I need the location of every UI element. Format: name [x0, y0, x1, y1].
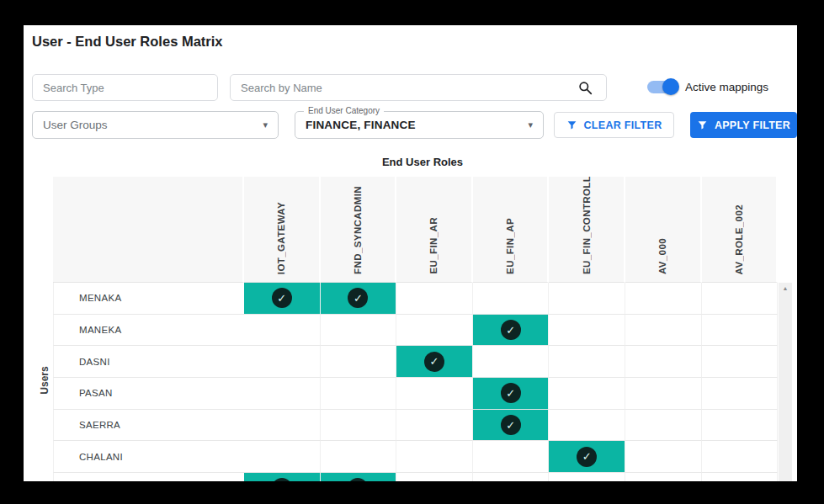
matrix-title: End User Roles	[53, 156, 792, 168]
matrix-cell[interactable]	[702, 378, 779, 410]
matrix-body: MENAKA✓✓MANEKA✓DASNI✓PASAN✓SAERRA✓CHALAN…	[53, 283, 779, 481]
column-header-eu_fin_ar: EU_FIN_AR	[396, 177, 473, 283]
matrix-cell[interactable]: ✓	[473, 315, 550, 347]
column-header-eu_fin_controller: EU_FIN_CONTROLLER	[549, 177, 625, 283]
matrix-cell[interactable]	[396, 315, 473, 347]
matrix-cell[interactable]	[549, 410, 625, 442]
matrix-cell[interactable]	[549, 473, 625, 481]
matrix-cell[interactable]: ✓	[473, 378, 550, 410]
matrix-cell[interactable]	[549, 378, 625, 410]
matrix-cell[interactable]	[244, 315, 321, 347]
table-row: DASNI✓	[53, 346, 779, 378]
matrix-cell[interactable]: ✓	[473, 410, 550, 442]
apply-filter-label: APPLY FILTER	[715, 119, 790, 131]
matrix-cell[interactable]	[702, 283, 779, 315]
user-groups-placeholder: User Groups	[43, 119, 108, 131]
check-icon: ✓	[424, 352, 444, 372]
column-header-label: AV_000	[657, 238, 667, 274]
check-icon: ✓	[577, 447, 597, 467]
matrix-cell[interactable]	[702, 473, 779, 481]
matrix-cell[interactable]	[702, 410, 779, 442]
row-label: SAERRA	[53, 410, 244, 442]
matrix-cell[interactable]	[702, 315, 779, 347]
matrix-cell[interactable]: ✓	[396, 346, 473, 378]
matrix-cell[interactable]: ✓	[244, 473, 321, 481]
matrix-cell[interactable]	[473, 283, 550, 315]
check-icon: ✓	[501, 383, 521, 403]
matrix-header-row: IOT_GATEWAYFND_SYNCADMINEU_FIN_AREU_FIN_…	[53, 177, 779, 283]
matrix-cell[interactable]	[625, 283, 702, 315]
search-icon[interactable]	[578, 81, 593, 95]
scroll-up-icon[interactable]: ▲	[779, 285, 792, 291]
clear-filter-button[interactable]: CLEAR FILTER	[554, 112, 674, 138]
check-icon: ✓	[272, 478, 292, 481]
search-type-input[interactable]	[32, 74, 218, 101]
vertical-scrollbar[interactable]: ▲	[779, 283, 792, 481]
matrix-cell[interactable]: ✓	[321, 473, 397, 481]
matrix-cell[interactable]	[321, 378, 397, 410]
row-label: CHALANI	[53, 441, 244, 473]
matrix-cell[interactable]	[625, 346, 702, 378]
matrix-cell[interactable]	[396, 441, 473, 473]
page-title: User - End User Roles Matrix	[32, 34, 223, 50]
matrix-cell[interactable]	[396, 410, 473, 442]
matrix-cell[interactable]	[244, 441, 321, 473]
row-label: PASAN	[53, 378, 244, 410]
column-header-label: EU_FIN_CONTROLLER	[582, 177, 592, 274]
matrix-cell[interactable]	[321, 441, 397, 473]
matrix-cell[interactable]	[625, 378, 702, 410]
matrix-cell[interactable]	[244, 378, 321, 410]
matrix-cell[interactable]	[244, 410, 321, 442]
matrix-cell[interactable]: ✓	[244, 283, 321, 315]
end-user-category-select[interactable]: End User Category FINANCE, FINANCE ▾	[295, 111, 544, 139]
matrix-cell[interactable]	[702, 346, 779, 378]
matrix-cell[interactable]	[396, 378, 473, 410]
matrix-cell[interactable]: ✓	[321, 283, 397, 315]
matrix-cell[interactable]	[549, 346, 625, 378]
matrix-cell[interactable]	[473, 441, 550, 473]
matrix-cell[interactable]	[473, 473, 550, 481]
check-icon: ✓	[501, 320, 521, 340]
matrix-cell[interactable]	[549, 315, 625, 347]
chevron-down-icon: ▾	[528, 120, 533, 130]
end-user-category-value: FINANCE, FINANCE	[306, 119, 416, 131]
row-label: DASNI	[53, 346, 244, 378]
matrix-cell[interactable]	[321, 346, 397, 378]
row-label: MENAKA	[53, 283, 244, 315]
matrix-cell[interactable]	[625, 441, 702, 473]
table-row: MENAKA✓✓	[53, 283, 779, 315]
active-mappings-toggle[interactable]	[647, 81, 677, 93]
matrix-cell[interactable]	[473, 346, 550, 378]
matrix-cell[interactable]	[625, 473, 702, 481]
toggle-knob	[662, 78, 679, 95]
users-axis-label: Users	[39, 361, 51, 400]
check-icon: ✓	[348, 478, 368, 481]
user-groups-select[interactable]: User Groups ▾	[32, 111, 279, 139]
column-header-fnd_syncadmin: FND_SYNCADMIN	[321, 177, 397, 283]
matrix-cell[interactable]: ✓	[549, 441, 625, 473]
matrix-cell[interactable]	[321, 315, 397, 347]
column-header-iot_gateway: IOT_GATEWAY	[244, 177, 321, 283]
main-panel: User - End User Roles Matrix Active mapp…	[24, 25, 797, 481]
matrix-cell[interactable]	[244, 346, 321, 378]
matrix-cell[interactable]	[396, 473, 473, 481]
matrix-cell[interactable]	[625, 410, 702, 442]
clear-filter-label: CLEAR FILTER	[584, 119, 662, 131]
roles-matrix: IOT_GATEWAYFND_SYNCADMINEU_FIN_AREU_FIN_…	[53, 177, 779, 481]
matrix-cell[interactable]	[549, 283, 625, 315]
row-label	[53, 473, 244, 481]
matrix-cell[interactable]	[625, 315, 702, 347]
apply-filter-button[interactable]: APPLY FILTER	[690, 112, 797, 138]
filter-icon	[566, 119, 577, 130]
matrix-cell[interactable]	[396, 283, 473, 315]
check-icon: ✓	[501, 415, 521, 435]
end-user-category-label: End User Category	[304, 106, 384, 115]
search-name-input[interactable]	[230, 74, 607, 101]
column-header-eu_fin_ap: EU_FIN_AP	[473, 177, 550, 283]
matrix-cell[interactable]	[321, 410, 397, 442]
column-header-av_role_002: AV_ROLE_002	[702, 177, 779, 283]
table-row: CHALANI✓	[53, 441, 779, 473]
column-header-label: EU_FIN_AR	[428, 217, 439, 274]
matrix-cell[interactable]	[702, 441, 779, 473]
table-row: ✓✓	[53, 473, 779, 481]
